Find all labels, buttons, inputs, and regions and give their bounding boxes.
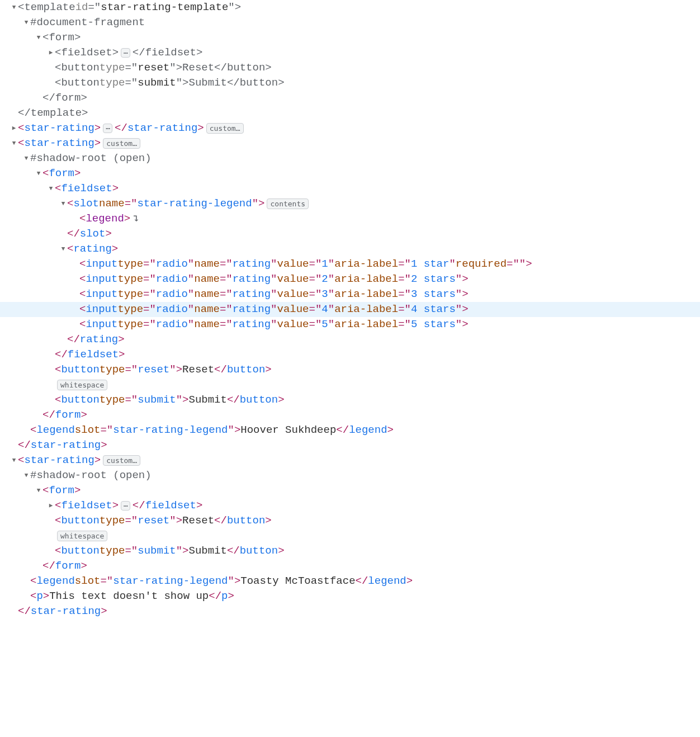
light-dom-legend[interactable]: ▼<legend slot="star-rating-legend">Hoove… xyxy=(0,423,700,438)
paragraph[interactable]: ▼<p>This text doesn't show up</p> xyxy=(0,589,700,604)
angle-close: > xyxy=(74,166,81,181)
angle-open: < xyxy=(18,136,24,151)
doc-fragment[interactable]: ▼#document-fragment xyxy=(0,15,700,30)
button-reset[interactable]: ▼<button type="reset">Reset</button> xyxy=(0,513,700,528)
template-close[interactable]: ▼</template> xyxy=(0,106,700,121)
input-radio-3[interactable]: ▼<input type="radio" name="rating" value… xyxy=(0,287,700,302)
tag-name: form xyxy=(55,408,81,423)
disclosure-triangle-expanded[interactable]: ▼ xyxy=(47,181,55,196)
disclosure-triangle-expanded[interactable]: ▼ xyxy=(22,151,30,166)
button-reset[interactable]: ▼<button type="reset">Reset</button> xyxy=(0,362,700,377)
attr-value: 3 xyxy=(321,287,328,302)
whitespace-badge[interactable]: whitespace xyxy=(57,380,107,390)
disclosure-spacer: ▼ xyxy=(47,60,55,75)
disclosure-triangle-collapsed[interactable]: ▶ xyxy=(10,121,18,136)
ellipsis-badge[interactable]: ⋯ xyxy=(121,48,130,58)
disclosure-triangle-expanded[interactable]: ▼ xyxy=(22,15,30,30)
form-close[interactable]: ▼</form> xyxy=(0,408,700,423)
disclosure-triangle-expanded[interactable]: ▼ xyxy=(10,0,18,15)
custom-badge[interactable]: custom… xyxy=(103,138,140,149)
tag-name: form xyxy=(49,166,74,181)
attr-value: radio xyxy=(156,257,188,272)
star-rating-3-open[interactable]: ▼<star-rating> custom… xyxy=(0,453,700,468)
disclosure-triangle-expanded[interactable]: ▼ xyxy=(10,136,18,151)
attr-value: 3 stars xyxy=(411,287,456,302)
ellipsis-badge[interactable]: ⋯ xyxy=(103,124,112,133)
template-open[interactable]: ▼<template id="star-rating-template"> xyxy=(0,0,700,15)
disclosure-spacer: ▼ xyxy=(22,574,30,589)
tag-name: template xyxy=(31,106,82,121)
slot-close[interactable]: ▼</slot> xyxy=(0,226,700,242)
custom-badge[interactable]: custom… xyxy=(206,123,244,134)
angle-close: > xyxy=(81,408,87,423)
shadow-root[interactable]: ▼#shadow-root (open) xyxy=(0,468,700,483)
form-close[interactable]: ▼</form> xyxy=(0,91,700,106)
custom-badge[interactable]: custom… xyxy=(103,455,140,466)
fieldset-collapsed[interactable]: ▶<fieldset>⋯ </fieldset> xyxy=(0,498,700,513)
disclosure-triangle-expanded[interactable]: ▼ xyxy=(10,453,18,468)
slot-open[interactable]: ▼<slot name="star-rating-legend"> conten… xyxy=(0,196,700,211)
attr-value: submit xyxy=(138,75,176,91)
star-rating-collapsed[interactable]: ▶<star-rating>⋯ </star-rating> custom… xyxy=(0,121,700,136)
disclosure-triangle-expanded[interactable]: ▼ xyxy=(59,196,67,211)
attr-name: value xyxy=(277,272,309,287)
input-radio-4[interactable]: ▼<input type="radio" name="rating" value… xyxy=(0,302,700,317)
light-dom-legend[interactable]: ▼<legend slot="star-rating-legend">Toast… xyxy=(0,574,700,589)
text: Reset xyxy=(182,362,214,377)
tag-name: template xyxy=(24,0,75,15)
tag-name: fieldset xyxy=(145,498,196,513)
disclosure-spacer: ▼ xyxy=(35,91,42,106)
whitespace-badge[interactable]: whitespace xyxy=(57,531,107,541)
angle-close: > xyxy=(94,453,101,468)
tag-name: button xyxy=(61,393,99,408)
form-open[interactable]: ▼<form> xyxy=(0,483,700,498)
disclosure-triangle-expanded[interactable]: ▼ xyxy=(35,30,42,45)
slot-content-arrow-icon: ↴ xyxy=(133,211,139,226)
disclosure-triangle-expanded[interactable]: ▼ xyxy=(59,242,67,257)
ellipsis-badge[interactable]: ⋯ xyxy=(121,501,130,511)
star-rating-2-open[interactable]: ▼<star-rating> custom… xyxy=(0,136,700,151)
tag-name: star-rating xyxy=(127,121,197,136)
disclosure-triangle-collapsed[interactable]: ▶ xyxy=(47,45,55,60)
angle-close: > xyxy=(112,181,119,196)
disclosure-triangle-expanded[interactable]: ▼ xyxy=(35,166,42,181)
shadow-root[interactable]: ▼#shadow-root (open) xyxy=(0,151,700,166)
disclosure-spacer: ▼ xyxy=(72,211,79,226)
input-radio-5[interactable]: ▼<input type="radio" name="rating" value… xyxy=(0,317,700,332)
fieldset-close[interactable]: ▼</fieldset> xyxy=(0,347,700,362)
disclosure-triangle-expanded[interactable]: ▼ xyxy=(22,468,30,483)
angle-close: > xyxy=(74,483,81,498)
disclosure-spacer: ▼ xyxy=(72,272,79,287)
form-open[interactable]: ▼<form> xyxy=(0,166,700,181)
disclosure-spacer: ▼ xyxy=(72,302,79,317)
button-submit[interactable]: ▼<button type="submit">Submit</button> xyxy=(0,75,700,91)
attr-name: type xyxy=(117,272,143,287)
fieldset-open[interactable]: ▼<fieldset> xyxy=(0,181,700,196)
form-open[interactable]: ▼<form> xyxy=(0,30,700,45)
angle-open: < xyxy=(18,121,24,136)
fieldset-collapsed[interactable]: ▶<fieldset>⋯</fieldset> xyxy=(0,45,700,60)
rating-open[interactable]: ▼<rating> xyxy=(0,242,700,257)
button-submit[interactable]: ▼<button type="submit">Submit</button> xyxy=(0,544,700,559)
input-radio-2[interactable]: ▼<input type="radio" name="rating" value… xyxy=(0,272,700,287)
rating-close[interactable]: ▼</rating> xyxy=(0,332,700,347)
angle-open: </ xyxy=(18,438,31,453)
contents-badge[interactable]: contents xyxy=(267,199,309,209)
whitespace-node[interactable]: ▼whitespace xyxy=(0,528,700,544)
whitespace-node[interactable]: ▼whitespace xyxy=(0,377,700,393)
button-reset[interactable]: ▼<button type="reset">Reset</button> xyxy=(0,60,700,75)
shadow-root: #shadow-root (open) xyxy=(30,468,152,483)
star-rating-3-close[interactable]: ▼</star-rating> xyxy=(0,604,700,619)
attr-value: 4 stars xyxy=(411,302,456,317)
form-close[interactable]: ▼</form> xyxy=(0,559,700,574)
input-radio-1[interactable]: ▼<input type="radio" name="rating" value… xyxy=(0,257,700,272)
angle-close: > xyxy=(265,513,271,528)
button-submit[interactable]: ▼<button type="submit">Submit</button> xyxy=(0,393,700,408)
disclosure-spacer: ▼ xyxy=(35,559,42,574)
slotted-legend[interactable]: ▼<legend> ↴ xyxy=(0,211,700,226)
disclosure-triangle-expanded[interactable]: ▼ xyxy=(35,483,42,498)
disclosure-spacer: ▼ xyxy=(10,438,18,453)
attr-value: 2 stars xyxy=(411,272,456,287)
star-rating-2-close[interactable]: ▼</star-rating> xyxy=(0,438,700,453)
disclosure-triangle-collapsed[interactable]: ▶ xyxy=(47,498,55,513)
